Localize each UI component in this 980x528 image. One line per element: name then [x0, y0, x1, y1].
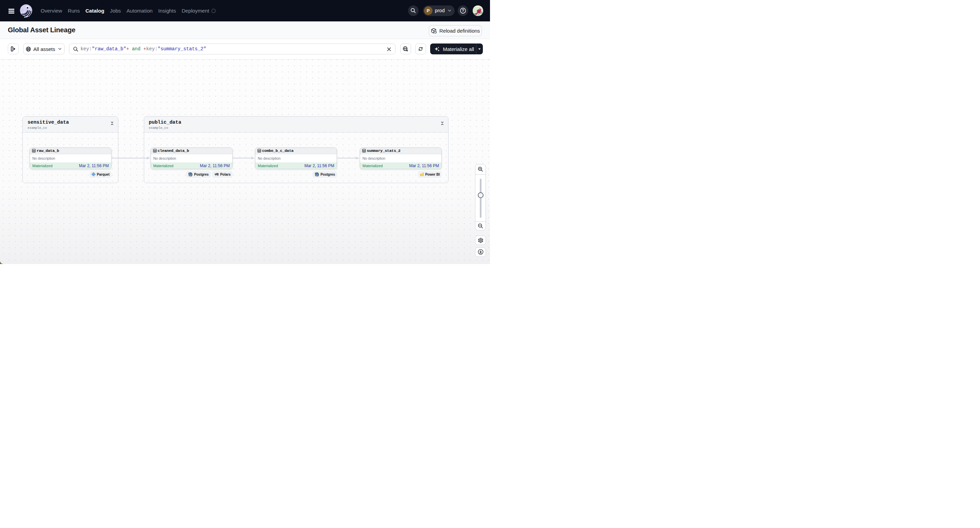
- svg-text:?: ?: [462, 8, 464, 13]
